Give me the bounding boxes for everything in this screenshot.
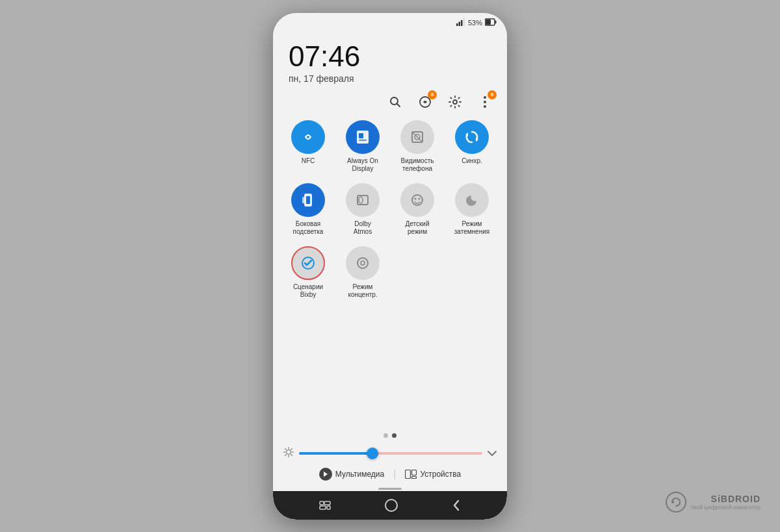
clock-date: пн, 17 февраля bbox=[289, 73, 491, 84]
kids-icon-wrap bbox=[400, 183, 434, 217]
svg-point-10 bbox=[453, 100, 457, 104]
visibility-icon-wrap bbox=[400, 120, 434, 154]
always-on-icon-wrap bbox=[346, 120, 380, 154]
dolby-label: DolbyAtmos bbox=[354, 220, 372, 236]
svg-line-8 bbox=[397, 103, 400, 107]
battery-icon bbox=[485, 18, 497, 28]
always-on-label: Always OnDisplay bbox=[347, 157, 378, 173]
svg-point-29 bbox=[419, 197, 421, 199]
qs-item-nfc[interactable]: NFC bbox=[283, 118, 333, 175]
status-bar: 53% bbox=[273, 13, 507, 31]
search-button[interactable] bbox=[386, 93, 404, 111]
battery-percent: 53% bbox=[468, 19, 482, 27]
bixby-button[interactable]: 8 bbox=[416, 93, 434, 111]
watermark: SiBDROID твой цифровой навигатор bbox=[666, 492, 760, 513]
nav-handle bbox=[273, 486, 507, 491]
svg-rect-5 bbox=[495, 20, 497, 23]
svg-point-51 bbox=[671, 501, 674, 503]
nav-handle-bar bbox=[378, 488, 402, 490]
svg-rect-3 bbox=[463, 18, 465, 26]
toolbar: 8 8 bbox=[273, 89, 507, 115]
svg-rect-43 bbox=[406, 470, 411, 478]
qs-item-kids[interactable]: Детскийрежим bbox=[393, 181, 442, 238]
quick-settings: NFC Always OnDisplay bbox=[273, 115, 507, 427]
visibility-label: Видимостьтелефона bbox=[401, 157, 434, 173]
qs-empty-2 bbox=[447, 244, 497, 301]
play-icon bbox=[319, 468, 332, 481]
side-light-icon-wrap bbox=[291, 183, 325, 217]
dot-1 bbox=[384, 433, 388, 438]
focus-label: Режимконцентр. bbox=[348, 283, 377, 299]
svg-line-19 bbox=[412, 132, 422, 142]
devices-button[interactable]: Устройства bbox=[405, 468, 461, 480]
svg-point-26 bbox=[359, 197, 363, 203]
svg-rect-0 bbox=[456, 23, 458, 26]
clock-area: 07:46 пн, 17 февраля bbox=[273, 31, 507, 89]
dark-icon-wrap bbox=[455, 183, 489, 217]
qs-item-dolby[interactable]: DolbyAtmos bbox=[338, 181, 387, 238]
svg-point-11 bbox=[484, 96, 486, 99]
svg-marker-42 bbox=[324, 472, 328, 477]
svg-rect-47 bbox=[324, 501, 330, 505]
svg-line-38 bbox=[285, 448, 287, 450]
side-light-label: Боковаяподсветка bbox=[293, 220, 324, 236]
slider-thumb bbox=[367, 448, 378, 459]
kids-label: Детскийрежим bbox=[405, 220, 429, 236]
sync-label: Синхр. bbox=[462, 157, 482, 165]
svg-point-50 bbox=[385, 500, 397, 511]
home-button[interactable] bbox=[384, 498, 398, 513]
qs-item-visibility[interactable]: Видимостьтелефона bbox=[393, 118, 442, 175]
nfc-icon-wrap bbox=[291, 120, 325, 154]
svg-point-31 bbox=[358, 258, 368, 268]
svg-point-12 bbox=[484, 101, 486, 103]
svg-point-33 bbox=[287, 450, 291, 454]
devices-icon bbox=[405, 468, 417, 480]
qs-item-always-on[interactable]: Always OnDisplay bbox=[338, 118, 387, 175]
qs-item-focus[interactable]: Режимконцентр. bbox=[338, 244, 387, 301]
bixby-routines-label: СценарииBixby bbox=[293, 283, 323, 299]
svg-rect-15 bbox=[359, 133, 363, 138]
dolby-icon-wrap bbox=[346, 183, 380, 217]
svg-rect-2 bbox=[461, 20, 463, 26]
signal-icon bbox=[456, 18, 465, 28]
svg-rect-48 bbox=[320, 506, 326, 509]
devices-label: Устройства bbox=[420, 470, 461, 479]
brightness-slider[interactable] bbox=[299, 447, 482, 460]
watermark-name: SiBDROID bbox=[690, 494, 760, 504]
recent-apps-button[interactable] bbox=[319, 501, 331, 510]
qs-item-side-light[interactable]: Боковаяподсветка bbox=[283, 181, 333, 238]
media-button[interactable]: Мультимедиа bbox=[319, 468, 384, 481]
qs-item-dark[interactable]: Режимзатемнения bbox=[447, 181, 497, 238]
settings-button[interactable] bbox=[446, 93, 464, 111]
svg-rect-45 bbox=[412, 476, 417, 478]
media-bar: Мультимедиа | Устройства bbox=[273, 462, 507, 486]
sync-icon-wrap bbox=[455, 120, 489, 154]
svg-rect-44 bbox=[412, 470, 417, 475]
media-divider: | bbox=[393, 468, 396, 480]
svg-rect-16 bbox=[359, 140, 367, 141]
slider-track bbox=[299, 452, 482, 455]
svg-point-28 bbox=[415, 197, 417, 199]
brightness-expand-button[interactable] bbox=[488, 448, 497, 459]
svg-rect-23 bbox=[302, 197, 304, 203]
svg-line-41 bbox=[285, 454, 287, 455]
qs-item-bixby-routines[interactable]: СценарииBixby bbox=[283, 244, 333, 301]
svg-rect-1 bbox=[458, 21, 460, 26]
media-label: Мультимедиа bbox=[335, 470, 384, 479]
qs-item-sync[interactable]: Синхр. bbox=[447, 118, 497, 175]
back-button[interactable] bbox=[452, 500, 461, 511]
qs-empty-1 bbox=[393, 244, 442, 301]
dot-2 bbox=[392, 433, 396, 438]
qs-grid: NFC Always OnDisplay bbox=[283, 118, 497, 301]
svg-rect-49 bbox=[327, 506, 330, 509]
svg-rect-6 bbox=[486, 19, 491, 25]
page-dots bbox=[273, 427, 507, 444]
nfc-label: NFC bbox=[302, 157, 315, 165]
bixby-routines-icon-wrap bbox=[291, 246, 325, 280]
more-badge: 8 bbox=[488, 90, 497, 99]
nav-bar bbox=[273, 491, 507, 520]
clock-time: 07:46 bbox=[289, 41, 491, 72]
phone-frame: 53% 07:46 пн, 17 февраля 8 8 bbox=[273, 13, 507, 520]
svg-rect-24 bbox=[306, 196, 310, 204]
more-button[interactable]: 8 bbox=[476, 93, 494, 111]
